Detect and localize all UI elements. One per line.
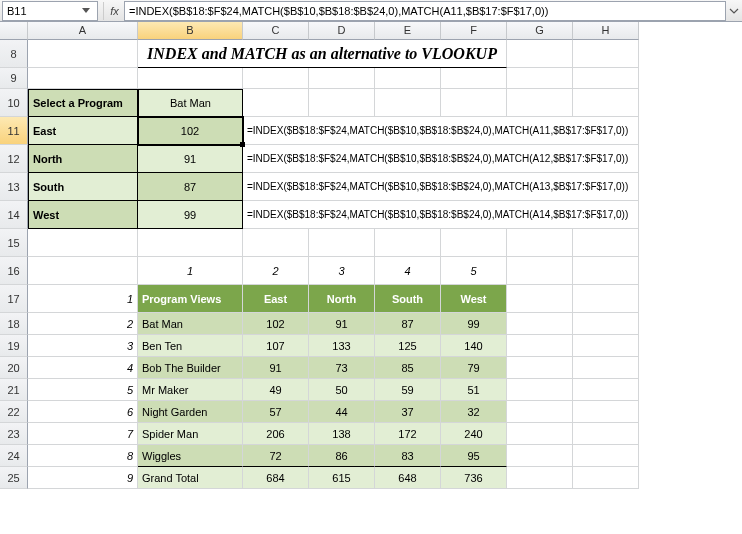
select-all-corner[interactable]	[0, 22, 28, 40]
cell[interactable]	[573, 445, 639, 467]
cell[interactable]	[243, 89, 309, 117]
cell[interactable]	[138, 68, 243, 89]
col-header[interactable]: E	[375, 22, 441, 40]
table-header[interactable]: South	[375, 285, 441, 313]
cell[interactable]	[441, 89, 507, 117]
cell[interactable]	[375, 229, 441, 257]
cell[interactable]	[573, 285, 639, 313]
cell[interactable]	[573, 313, 639, 335]
table-cell[interactable]: 138	[309, 423, 375, 445]
row-header[interactable]: 13	[0, 173, 28, 201]
cell[interactable]	[507, 68, 573, 89]
table-header[interactable]: North	[309, 285, 375, 313]
grand-total-value[interactable]: 648	[375, 467, 441, 489]
row-header[interactable]: 9	[0, 68, 28, 89]
row-header[interactable]: 23	[0, 423, 28, 445]
cell[interactable]	[507, 379, 573, 401]
table-cell[interactable]: 44	[309, 401, 375, 423]
table-cell[interactable]: 51	[441, 379, 507, 401]
cell[interactable]	[507, 40, 573, 68]
table-cell[interactable]: Bat Man	[138, 313, 243, 335]
cell[interactable]	[138, 229, 243, 257]
col-header[interactable]: A	[28, 22, 138, 40]
table-cell[interactable]: Bob The Builder	[138, 357, 243, 379]
formula-display[interactable]: =INDEX($B$18:$F$24,MATCH($B$10,$B$18:$B$…	[243, 117, 639, 145]
formula-display[interactable]: =INDEX($B$18:$F$24,MATCH($B$10,$B$18:$B$…	[243, 201, 639, 229]
table-cell[interactable]: 83	[375, 445, 441, 467]
spreadsheet-grid[interactable]: A B C D E F G H 8 INDEX and MATCH as an …	[0, 22, 742, 489]
table-cell[interactable]: 86	[309, 445, 375, 467]
row-header[interactable]: 19	[0, 335, 28, 357]
table-cell[interactable]: 102	[243, 313, 309, 335]
row-index[interactable]: 6	[28, 401, 138, 423]
lookup-value[interactable]: 91	[138, 145, 243, 173]
row-header[interactable]: 20	[0, 357, 28, 379]
cell[interactable]	[28, 68, 138, 89]
cell[interactable]	[573, 68, 639, 89]
cell[interactable]	[441, 229, 507, 257]
table-cell[interactable]: 107	[243, 335, 309, 357]
cell[interactable]	[243, 229, 309, 257]
table-cell[interactable]: 79	[441, 357, 507, 379]
cell[interactable]	[375, 68, 441, 89]
table-cell[interactable]: 91	[309, 313, 375, 335]
row-header[interactable]: 18	[0, 313, 28, 335]
row-header[interactable]: 15	[0, 229, 28, 257]
row-header[interactable]: 16	[0, 257, 28, 285]
table-cell[interactable]: Mr Maker	[138, 379, 243, 401]
selected-program[interactable]: Bat Man	[138, 89, 243, 117]
table-cell[interactable]: 206	[243, 423, 309, 445]
col-index[interactable]: 5	[441, 257, 507, 285]
row-index[interactable]: 2	[28, 313, 138, 335]
cell[interactable]	[573, 89, 639, 117]
table-cell[interactable]: Spider Man	[138, 423, 243, 445]
row-index[interactable]: 4	[28, 357, 138, 379]
col-index[interactable]: 1	[138, 257, 243, 285]
cell[interactable]	[309, 89, 375, 117]
cell[interactable]	[507, 229, 573, 257]
table-cell[interactable]: 125	[375, 335, 441, 357]
cell[interactable]	[573, 257, 639, 285]
col-header[interactable]: H	[573, 22, 639, 40]
col-index[interactable]: 4	[375, 257, 441, 285]
cell[interactable]	[28, 40, 138, 68]
row-header[interactable]: 10	[0, 89, 28, 117]
cell[interactable]	[28, 229, 138, 257]
grand-total-value[interactable]: 615	[309, 467, 375, 489]
formula-input[interactable]	[124, 1, 726, 21]
col-header[interactable]: G	[507, 22, 573, 40]
grand-total-value[interactable]: 736	[441, 467, 507, 489]
cell[interactable]	[28, 257, 138, 285]
cell[interactable]	[507, 467, 573, 489]
row-index[interactable]: 7	[28, 423, 138, 445]
lookup-value[interactable]: 99	[138, 201, 243, 229]
grand-total-label[interactable]: Grand Total	[138, 467, 243, 489]
cell[interactable]	[309, 229, 375, 257]
formula-display[interactable]: =INDEX($B$18:$F$24,MATCH($B$10,$B$18:$B$…	[243, 173, 639, 201]
cell[interactable]	[507, 257, 573, 285]
row-header[interactable]: 12	[0, 145, 28, 173]
lookup-value-active[interactable]: 102	[138, 117, 243, 145]
table-cell[interactable]: 172	[375, 423, 441, 445]
cell[interactable]	[573, 357, 639, 379]
lookup-label[interactable]: West	[28, 201, 138, 229]
cell[interactable]	[507, 357, 573, 379]
cell[interactable]	[573, 335, 639, 357]
table-cell[interactable]: 95	[441, 445, 507, 467]
lookup-label[interactable]: South	[28, 173, 138, 201]
chevron-down-icon[interactable]	[79, 4, 93, 18]
col-header[interactable]: D	[309, 22, 375, 40]
table-cell[interactable]: 240	[441, 423, 507, 445]
cell[interactable]	[243, 68, 309, 89]
table-cell[interactable]: Wiggles	[138, 445, 243, 467]
cell[interactable]	[375, 89, 441, 117]
cell[interactable]	[573, 467, 639, 489]
row-header[interactable]: 22	[0, 401, 28, 423]
table-cell[interactable]: Night Garden	[138, 401, 243, 423]
col-index[interactable]: 2	[243, 257, 309, 285]
lookup-label[interactable]: East	[28, 117, 138, 145]
table-cell[interactable]: 72	[243, 445, 309, 467]
col-header[interactable]: F	[441, 22, 507, 40]
cell[interactable]	[507, 401, 573, 423]
row-header[interactable]: 14	[0, 201, 28, 229]
